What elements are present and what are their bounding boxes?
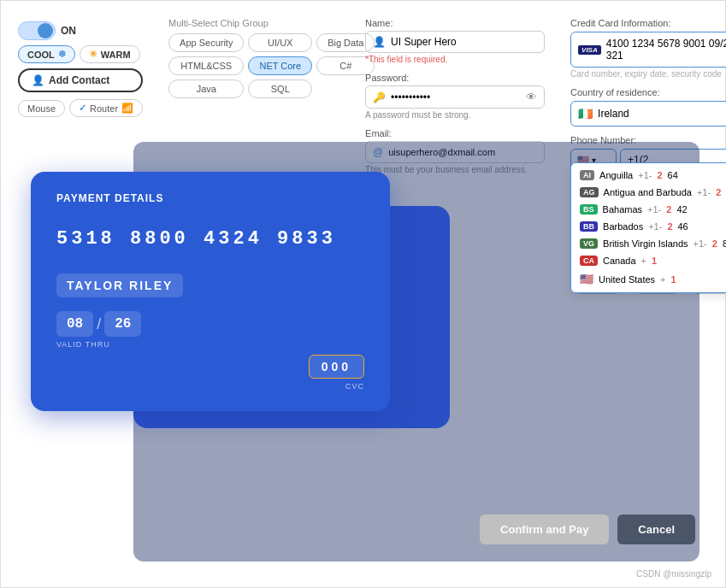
us-flag-dropdown: 🇺🇸 [580,273,593,285]
ca-badge: CA [580,256,598,266]
router-icon: 📶 [121,103,133,114]
card-month: 08 [56,311,93,337]
password-label: Password: [365,73,545,83]
mouse-chip[interactable]: Mouse [18,100,65,117]
bs-badge: BS [580,204,598,215]
ag-badge: AG [580,187,599,197]
cc-hint: Card number, expiry date, security code [570,69,726,79]
card-holder-name: TAYLOR RILEY [56,273,183,297]
password-hint: A password must be strong. [365,110,545,120]
barbados-name: Barbados [603,221,643,232]
country-select[interactable]: 🇮🇪 Ireland ▾ [570,101,726,126]
phone-option-canada[interactable]: CA Canada +1 [571,252,726,269]
name-label: Name: [365,18,545,28]
name-input[interactable] [391,36,537,48]
payment-card-front: PAYMENT DETAILS 5318 8800 4324 9833 TAYL… [31,172,390,411]
cc-number: 4100 1234 5678 9001 09/22 321 [606,38,726,62]
warm-chip[interactable]: ☀ WARM [80,45,140,63]
chip-sql[interactable]: SQL [248,79,312,98]
bvi-name: British Virgin Islands [603,238,688,249]
cc-label: Credit Card Information: [570,18,726,28]
canada-name: Canada [603,256,636,266]
payment-card-wrapper: PAYMENT DETAILS 5318 8800 4324 9833 TAYL… [31,172,450,445]
toggle-switch[interactable] [18,21,56,40]
vg-badge: VG [580,238,598,249]
chip-uiux[interactable]: UI/UX [248,33,312,52]
router-label: Router [90,103,118,114]
toggle-on-label: ON [61,25,76,37]
name-hint: *This field is required. [365,55,545,64]
phone-option-antigua[interactable]: AG Antigua and Barbuda +1-268 [571,184,726,201]
anguilla-name: Anguilla [599,170,633,180]
cool-label: COOL [27,50,55,60]
chip-group-label: Multi-Select Chip Group [168,18,339,28]
phone-option-bahamas[interactable]: BS Bahamas +1-242 [571,201,726,218]
router-chip[interactable]: ✓ Router 📶 [69,99,143,117]
person-icon: 👤 [32,74,44,86]
email-label: Email: [365,128,545,138]
ai-badge: AI [580,170,594,180]
phone-option-us[interactable]: 🇺🇸 United States +1 [571,269,726,289]
phone-option-anguilla[interactable]: AI Anguilla +1-264 [571,167,726,184]
add-contact-button[interactable]: 👤 Add Contact [18,68,143,92]
card-title: PAYMENT DETAILS [56,192,364,204]
ireland-flag: 🇮🇪 [578,107,593,121]
bb-badge: BB [580,221,598,232]
cvc-input[interactable]: 000 [309,355,364,379]
cvc-section: 000 CVC [309,355,364,391]
phone-option-bvi[interactable]: VG British Virgin Islands +1-284 [571,235,726,252]
bottom-actions: Confirm and Pay Cancel [133,514,695,544]
confirm-pay-button[interactable]: Confirm and Pay [480,514,609,544]
warm-label: WARM [101,50,131,60]
key-icon: 🔑 [373,91,386,103]
cc-input-box[interactable]: VISA 4100 1234 5678 9001 09/22 321 [570,32,726,68]
sun-icon: ☀ [89,49,97,60]
chip-group-section: Multi-Select Chip Group App Security UI/… [168,18,339,98]
country-name: Ireland [598,108,726,120]
password-input[interactable] [391,91,521,103]
watermark: CSDN @missingzlp [636,569,711,579]
bahamas-name: Bahamas [603,204,642,215]
phone-option-barbados[interactable]: BB Barbados +1-246 [571,218,726,235]
visa-badge: VISA [578,45,601,55]
snowflake-icon: ❄ [58,49,66,60]
card-year: 26 [104,311,141,337]
card-number: 5318 8800 4324 9833 [56,228,364,250]
us-name: United States [599,274,655,285]
eye-icon[interactable]: 👁 [526,91,537,103]
chip-app-security[interactable]: App Security [168,33,244,52]
add-contact-label: Add Contact [49,74,109,86]
mouse-label: Mouse [27,103,56,114]
phone-dropdown: AI Anguilla +1-264 AG Antigua and Barbud… [570,162,726,293]
cvc-label: CVC [345,382,364,391]
cancel-button[interactable]: Cancel [617,514,695,544]
cool-chip[interactable]: COOL ❄ [18,45,75,63]
chip-net-core[interactable]: NET Core [248,56,312,75]
name-person-icon: 👤 [373,36,386,48]
valid-thru-label: VALID THRU [56,340,141,349]
antigua-name: Antigua and Barbuda [604,187,692,197]
country-label: Country of residence: [570,87,726,97]
checkmark-icon: ✓ [79,103,86,114]
date-slash: / [97,315,101,333]
chip-html-css[interactable]: HTML&CSS [168,56,244,75]
chip-java[interactable]: Java [168,79,244,98]
